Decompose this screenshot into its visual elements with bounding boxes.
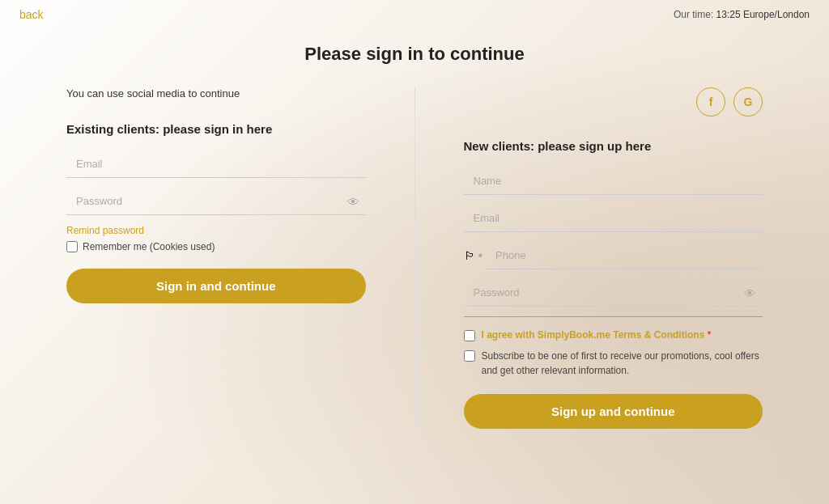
terms-checkbox[interactable] <box>464 330 475 341</box>
signup-password-group: 👁 <box>464 279 763 307</box>
signup-email-group <box>464 205 763 232</box>
terms-required-marker: * <box>708 329 712 341</box>
back-link[interactable]: back <box>19 8 44 21</box>
form-divider <box>464 316 763 317</box>
remember-me-label: Remember me (Cookies used) <box>83 241 215 252</box>
remind-password-link[interactable]: Remind password <box>66 225 366 236</box>
terms-row: I agree with SimplyBook.me Terms & Condi… <box>464 328 763 342</box>
top-bar: back Our time: 13:25 Europe/London <box>0 0 829 29</box>
password-group: 👁 <box>66 188 366 215</box>
page-title: Please sign in to continue <box>0 44 829 65</box>
our-time-value: 13:25 Europe/London <box>716 9 810 20</box>
social-icons: f G <box>464 87 763 116</box>
sign-in-button[interactable]: Sign in and continue <box>66 269 366 303</box>
terms-text: I agree with SimplyBook.me Terms & Condi… <box>482 328 712 342</box>
show-password-icon[interactable]: 👁 <box>347 195 359 209</box>
remember-me-checkbox[interactable] <box>66 241 78 252</box>
subscribe-checkbox[interactable] <box>464 350 475 362</box>
name-group <box>464 167 763 195</box>
main-content: You can use social media to continue Exi… <box>50 87 779 429</box>
signup-password-field[interactable] <box>464 279 763 307</box>
name-field[interactable] <box>464 167 763 195</box>
password-field[interactable] <box>66 188 366 215</box>
sign-up-button[interactable]: Sign up and continue <box>464 394 763 429</box>
social-media-text: You can use social media to continue <box>66 87 366 100</box>
subscribe-row: Subscribe to be one of first to receive … <box>464 349 763 378</box>
right-panel: f G New clients: please sign up here 🏳 •… <box>464 87 763 429</box>
our-time-label: Our time <box>674 9 711 20</box>
remember-me-row: Remember me (Cookies used) <box>66 241 366 252</box>
panel-divider <box>414 87 415 429</box>
email-field[interactable] <box>66 150 366 178</box>
flag-icon: 🏳 <box>464 249 475 262</box>
signup-show-password-icon[interactable]: 👁 <box>744 286 756 300</box>
phone-field[interactable] <box>486 242 763 269</box>
our-time: Our time: 13:25 Europe/London <box>674 9 810 20</box>
terms-link[interactable]: I agree with SimplyBook.me Terms & Condi… <box>482 329 705 341</box>
new-clients-title: New clients: please sign up here <box>464 139 763 153</box>
subscribe-text: Subscribe to be one of first to receive … <box>482 349 763 378</box>
left-panel: You can use social media to continue Exi… <box>66 87 366 429</box>
email-group <box>66 150 366 178</box>
phone-dot-separator: • <box>478 248 483 263</box>
existing-clients-title: Existing clients: please sign in here <box>66 122 366 136</box>
facebook-login-button[interactable]: f <box>696 87 725 116</box>
phone-group: 🏳 • <box>464 242 763 269</box>
signup-email-field[interactable] <box>464 205 763 232</box>
google-login-button[interactable]: G <box>733 87 763 116</box>
